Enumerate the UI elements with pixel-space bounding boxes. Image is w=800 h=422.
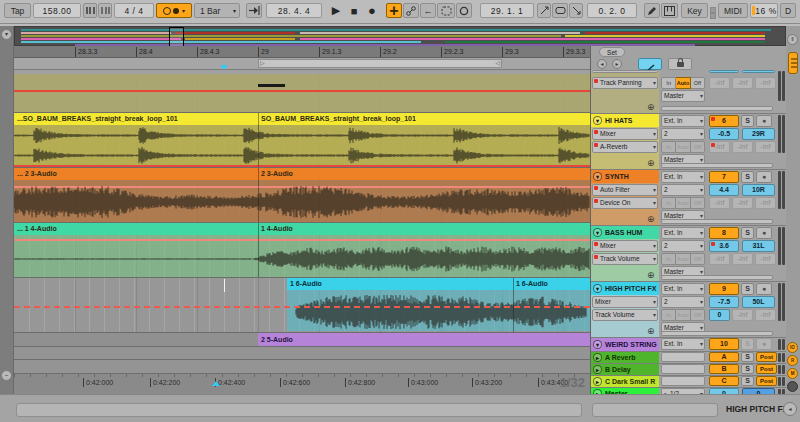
- set-time-signature-button[interactable]: Set: [599, 47, 625, 57]
- track-header-hi-hats[interactable]: ▾HI HATS Ext. In▾ 6 S ● Mixer▾ 2▾ -0.5 2…: [591, 114, 787, 169]
- track-lane-pan-automation[interactable]: [14, 70, 590, 113]
- pan-display[interactable]: 31L: [742, 240, 775, 252]
- return-name[interactable]: ▸A Reverb: [591, 352, 659, 363]
- track-header-weird-string[interactable]: ▾WEIRD STRING Ext. In▾ 10 S ●: [591, 338, 787, 351]
- track-name[interactable]: ▾HI HATS: [591, 114, 659, 127]
- track-activator[interactable]: 9: [709, 283, 739, 295]
- computer-midi-keyboard-button[interactable]: [661, 3, 678, 18]
- arm-button[interactable]: ●: [756, 338, 772, 350]
- loop-toggle[interactable]: [552, 3, 568, 18]
- track-lane-weird-string[interactable]: 2 5-Audio: [14, 333, 590, 347]
- track-activator[interactable]: 7: [709, 171, 739, 183]
- empty-lane-box[interactable]: [661, 331, 773, 336]
- audio-clip[interactable]: 2 5-Audio: [258, 333, 590, 346]
- send-c[interactable]: -inf: [755, 197, 776, 209]
- send-a[interactable]: -inf: [709, 141, 730, 153]
- input-type-chooser[interactable]: Ext. In▾: [661, 227, 705, 239]
- send-c[interactable]: -inf: [755, 309, 776, 321]
- arm-button[interactable]: ●: [756, 115, 772, 127]
- return-header-b[interactable]: ▸B Delay B S Post: [591, 364, 787, 375]
- input-channel-chooser[interactable]: 2▾: [661, 184, 705, 196]
- device-chooser-2[interactable]: Device On▾: [592, 197, 658, 209]
- loop-start-display[interactable]: 29. 1. 1: [480, 3, 534, 18]
- automation-line[interactable]: [14, 165, 590, 167]
- show-io-toggle[interactable]: IO: [787, 342, 798, 353]
- return-lane-a[interactable]: [14, 347, 590, 360]
- monitor-off[interactable]: Off: [691, 77, 705, 89]
- key-map-button[interactable]: Key: [681, 3, 708, 18]
- disk-overload-indicator[interactable]: D: [780, 3, 796, 18]
- reenable-automation-button[interactable]: ←: [420, 3, 436, 18]
- automation-lane-body[interactable]: [14, 74, 590, 113]
- automation-line-dashed[interactable]: [14, 306, 590, 308]
- arrangement-position-display[interactable]: 28. 4. 4: [266, 3, 322, 18]
- track-header-synth[interactable]: ▾SYNTH Ext. In▾ 7 S ● Auto Filter▾ 2▾ 4.…: [591, 170, 787, 225]
- arrangement-overview[interactable]: [14, 26, 786, 46]
- arm-button[interactable]: ●: [756, 227, 772, 239]
- follow-button[interactable]: [246, 3, 262, 18]
- cpu-load-display[interactable]: 16 %: [750, 3, 778, 18]
- fold-icon[interactable]: ▾: [593, 228, 602, 237]
- return-activator[interactable]: C: [709, 376, 739, 386]
- send-b[interactable]: -inf: [732, 77, 753, 89]
- volume-display[interactable]: -7.5: [709, 296, 739, 308]
- midi-map-button[interactable]: MIDI: [718, 3, 748, 18]
- device-chooser-2[interactable]: A-Reverb▾: [592, 141, 658, 153]
- time-ruler-mode-button[interactable]: ~: [1, 370, 12, 381]
- lock-envelopes-toggle[interactable]: [668, 58, 692, 70]
- return-header-c[interactable]: ▸C Dark Small R C S Post: [591, 376, 787, 387]
- insert-marker[interactable]: [224, 279, 225, 292]
- loop-start-marker[interactable]: ▷: [260, 59, 265, 66]
- solo-button[interactable]: S: [741, 115, 754, 127]
- show-master-toggle[interactable]: [787, 381, 798, 392]
- fold-icon[interactable]: ▸: [593, 377, 602, 386]
- monitor-selector[interactable]: InAutoOff: [661, 77, 705, 89]
- track-lane-synth[interactable]: ... 2 3-Audio 2 3-Audio: [14, 168, 590, 223]
- device-chooser-2[interactable]: Track Volume▾: [592, 253, 658, 265]
- send-a[interactable]: -inf: [709, 253, 730, 265]
- monitor-selector[interactable]: InAutoOff: [661, 141, 705, 153]
- empty-lane-box[interactable]: [661, 163, 773, 168]
- prev-marker-button[interactable]: ◂: [597, 59, 607, 69]
- track-lane-high-pitch-fx[interactable]: 1 6-Audio 1 6-Audio: [14, 278, 590, 333]
- info-view-chevron[interactable]: ◂: [783, 402, 797, 416]
- playhead-marker-time[interactable]: [212, 377, 220, 386]
- monitor-selector[interactable]: InAutoOff: [661, 309, 705, 321]
- track-header-bass-hum[interactable]: ▾BASS HUM Ext. In▾ 8 S ● Mixer▾ 2▾ 3.6 3…: [591, 226, 787, 281]
- audio-clip[interactable]: ... 1 4-Audio: [14, 223, 258, 235]
- send-b[interactable]: -inf: [732, 253, 753, 265]
- punch-in-button[interactable]: [537, 3, 551, 18]
- send-b[interactable]: -inf: [732, 309, 753, 321]
- punch-out-button[interactable]: [569, 3, 583, 18]
- pre-post-toggle[interactable]: Post: [756, 376, 777, 386]
- return-activator[interactable]: B: [709, 364, 739, 374]
- draw-mode-button[interactable]: [644, 3, 660, 18]
- track-name[interactable]: ▾WEIRD STRING: [591, 338, 659, 351]
- tap-tempo-button[interactable]: Tap: [4, 3, 31, 18]
- capture-midi-button[interactable]: [437, 3, 455, 18]
- send-a[interactable]: -inf: [709, 197, 730, 209]
- session-record-button[interactable]: [456, 3, 472, 18]
- audio-clip[interactable]: ...SO_BAUM_BREAKS_straight_break_loop_10…: [14, 113, 258, 125]
- return-header-a[interactable]: ▸A Reverb A S Post: [591, 352, 787, 363]
- add-automation-lane-button[interactable]: ⊕: [647, 102, 655, 112]
- solo-button[interactable]: S: [741, 283, 754, 295]
- track-name[interactable]: ▾BASS HUM: [591, 226, 659, 239]
- monitor-selector[interactable]: InAutoOff: [661, 253, 705, 265]
- monitor-auto[interactable]: Auto: [676, 77, 690, 89]
- arm-button[interactable]: ●: [756, 283, 772, 295]
- record-button[interactable]: ●: [364, 2, 380, 19]
- pre-post-toggle[interactable]: Post: [756, 352, 777, 362]
- track-activator[interactable]: 10: [709, 338, 739, 350]
- pan-display[interactable]: 29R: [742, 128, 775, 140]
- return-name[interactable]: ▸C Dark Small R: [591, 376, 659, 387]
- input-box[interactable]: [661, 352, 705, 362]
- audio-clip[interactable]: ... 2 3-Audio: [14, 168, 258, 180]
- solo-button[interactable]: S: [741, 338, 754, 350]
- loop-end-marker[interactable]: ◁: [495, 59, 500, 66]
- pan-display[interactable]: 10R: [742, 184, 775, 196]
- clipped-volume[interactable]: [709, 70, 739, 73]
- send-c[interactable]: -inf: [755, 141, 776, 153]
- device-chooser-1[interactable]: Auto Filter▾: [592, 184, 658, 196]
- automation-breakpoint-segment[interactable]: [258, 84, 285, 87]
